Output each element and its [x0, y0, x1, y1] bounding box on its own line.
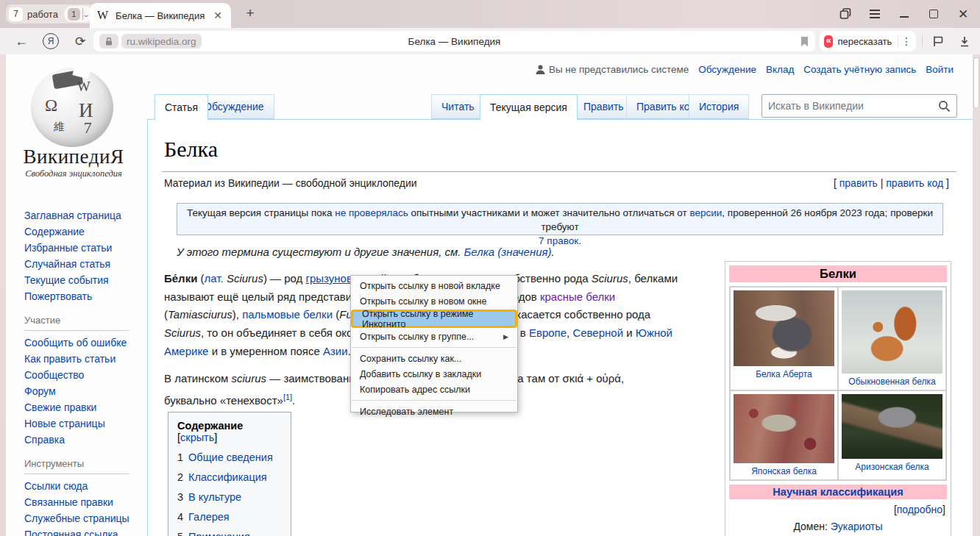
tab-group-pill[interactable]: 1 ⌄	[64, 6, 93, 22]
menu-item-open-new-window[interactable]: Открыть ссылку в новом окне	[351, 293, 517, 309]
scrollbar-thumb[interactable]	[973, 57, 979, 109]
lock-icon	[104, 37, 113, 46]
submenu-arrow-icon: ▶	[503, 333, 508, 340]
menu-item-copy-link-address[interactable]: Копировать адрес ссылки	[351, 382, 517, 397]
toc-item[interactable]: 1Общие сведения	[177, 451, 283, 463]
sidebar-nav-participation: Сообщить об ошибке Как править статьи Со…	[24, 335, 146, 448]
edit-links[interactable]: [ править | править код ]	[834, 177, 949, 189]
minimize-icon[interactable]	[898, 7, 911, 21]
wikipedia-globe-logo[interactable]: Ω W И 維 7	[31, 68, 113, 147]
sidebar-item-donate[interactable]: Пожертвовать	[24, 288, 146, 304]
arizona-squirrel-image[interactable]	[842, 394, 942, 459]
sidebar-item-recent-changes[interactable]: Свежие правки	[24, 399, 146, 415]
sidebar-item-special-pages[interactable]: Служебные страницы	[24, 510, 146, 526]
taxon-link[interactable]: Эукариоты	[831, 521, 883, 532]
menu-item-inspect-element[interactable]: Исследовать элемент	[351, 404, 517, 419]
more-options-icon[interactable]: ⋮	[901, 35, 912, 47]
toc-item[interactable]: 3В культуре	[177, 491, 283, 503]
logo-glyph: Ω	[45, 96, 57, 115]
refresh-button[interactable]: ⟳	[69, 28, 91, 54]
sidebar-nav-main: Заглавная страница Содержание Избранные …	[24, 207, 146, 304]
menu-item-save-link-as[interactable]: Сохранить ссылку как...	[351, 351, 517, 366]
wikipedia-wordmark[interactable]: ВикипедиЯ	[0, 146, 147, 168]
sidebar-item-new-pages[interactable]: Новые страницы	[24, 415, 146, 432]
toc-item[interactable]: 4Галерея	[177, 511, 283, 523]
side-panel-icon[interactable]	[839, 7, 852, 21]
login-status: Вы не представились системе	[536, 64, 689, 75]
menu-item-open-incognito[interactable]: Открыть ссылку в режиме Инкогнито	[351, 310, 517, 328]
sidebar-item-what-links-here[interactable]: Ссылки сюда	[24, 478, 146, 494]
scrollbar-track[interactable]	[973, 54, 980, 536]
infobox-image-cell: Аризонская белка	[838, 390, 946, 480]
red-squirrel-image[interactable]	[842, 290, 942, 374]
user-icon	[536, 65, 545, 75]
tab-history[interactable]: История	[689, 94, 749, 119]
taxonomy-row: Домен: Эукариоты	[729, 521, 947, 532]
browser-window: 7 работа 1 ⌄ W Белка — Википедия ✕ + ✕	[0, 0, 980, 536]
infobox-title: Белки	[729, 265, 947, 282]
banner-line1: Текущая версия страницы пока не проверял…	[177, 206, 942, 234]
browser-tab[interactable]: W Белка — Википедия ✕	[90, 3, 231, 28]
infobox-image-cell: Японская белка	[730, 390, 838, 480]
personal-link-talk[interactable]: Обсуждение	[698, 64, 756, 75]
sidebar-item-current-events[interactable]: Текущие события	[24, 272, 146, 288]
sidebar-item-community[interactable]: Сообщество	[24, 367, 146, 383]
new-tab-button[interactable]: +	[241, 5, 259, 21]
sidebar-item-forum[interactable]: Форум	[24, 383, 146, 399]
site-security-chip[interactable]	[99, 34, 118, 49]
sidebar-item-how-to-edit[interactable]: Как править статьи	[24, 351, 146, 367]
logo-glyph: W	[77, 79, 90, 95]
bookmark-icon[interactable]	[800, 36, 809, 47]
tab-group-badge: 1	[68, 8, 80, 21]
details-link[interactable]: [подробно]	[729, 504, 947, 515]
close-window-icon[interactable]: ✕	[956, 7, 970, 21]
address-bar[interactable]: ru.wikipedia.org Белка — Википедия	[93, 31, 815, 51]
sidebar-item-help[interactable]: Справка	[24, 432, 146, 448]
sidebar-item-main-page[interactable]: Заглавная страница	[24, 207, 146, 224]
sidebar-item-contents[interactable]: Содержание	[24, 224, 146, 240]
image-caption[interactable]: Белка Аберта	[756, 369, 812, 379]
sidebar-item-featured[interactable]: Избранные статьи	[24, 240, 146, 256]
sidebar-item-random[interactable]: Случайная статья	[24, 256, 146, 272]
tab-title: Белка — Википедия	[116, 10, 212, 21]
aberts-squirrel-image[interactable]	[734, 290, 834, 366]
personal-link-create-account[interactable]: Создать учётную запись	[803, 64, 916, 75]
search-icon[interactable]	[938, 100, 951, 112]
sidebar-item-report-error[interactable]: Сообщить об ошибке	[24, 335, 146, 351]
classification-header[interactable]: Научная классификация	[729, 485, 947, 499]
toc-hide-link[interactable]: [скрыть]	[177, 432, 217, 443]
sidebar-item-related-changes[interactable]: Связанные правки	[24, 494, 146, 510]
back-button[interactable]: ←	[10, 28, 32, 54]
image-caption[interactable]: Обыкновенная белка	[848, 376, 935, 387]
menu-item-open-in-group[interactable]: Открыть ссылку в группе... ▶	[351, 329, 517, 344]
menu-icon[interactable]	[868, 7, 881, 21]
maximize-icon[interactable]	[927, 7, 940, 21]
sidebar-item-permanent-link[interactable]: Постоянная ссылка	[24, 526, 146, 536]
tab-edit[interactable]: Править	[573, 94, 634, 119]
image-caption[interactable]: Японская белка	[751, 466, 817, 476]
download-icon[interactable]	[955, 28, 974, 54]
menu-item-bookmark-link[interactable]: Добавить ссылку в закладки	[351, 366, 517, 382]
context-menu: Открыть ссылку в новой вкладке Открыть с…	[350, 275, 518, 412]
address-page-title: Белка — Википедия	[93, 36, 815, 47]
collections-flag-icon[interactable]	[928, 28, 948, 54]
wiki-search-input[interactable]: Искать в Википедии	[761, 94, 957, 118]
tab-article[interactable]: Статья	[155, 94, 208, 120]
toc-item[interactable]: 5Примечания	[177, 531, 283, 536]
close-tab-icon[interactable]: ✕	[212, 10, 224, 21]
url-chip[interactable]: ru.wikipedia.org	[121, 34, 202, 49]
tab-group-count: 7	[9, 7, 23, 21]
menu-item-open-new-tab[interactable]: Открыть ссылку в новой вкладке	[351, 278, 517, 293]
toc-item[interactable]: 2Классификация	[177, 471, 283, 483]
personal-link-contributions[interactable]: Вклад	[766, 64, 794, 75]
tab-current-version[interactable]: Текущая версия	[480, 94, 578, 120]
personal-link-login[interactable]: Войти	[926, 64, 954, 75]
logo-glyph: 維	[54, 120, 65, 134]
retell-button[interactable]: « пересказать ⋮	[820, 31, 916, 51]
japanese-squirrel-image[interactable]	[734, 394, 834, 463]
content-border	[147, 119, 148, 536]
image-caption[interactable]: Аризонская белка	[855, 462, 928, 472]
menu-separator	[352, 347, 516, 348]
yandex-button[interactable]: Я	[40, 28, 62, 54]
tab-read[interactable]: Читать	[431, 94, 485, 119]
